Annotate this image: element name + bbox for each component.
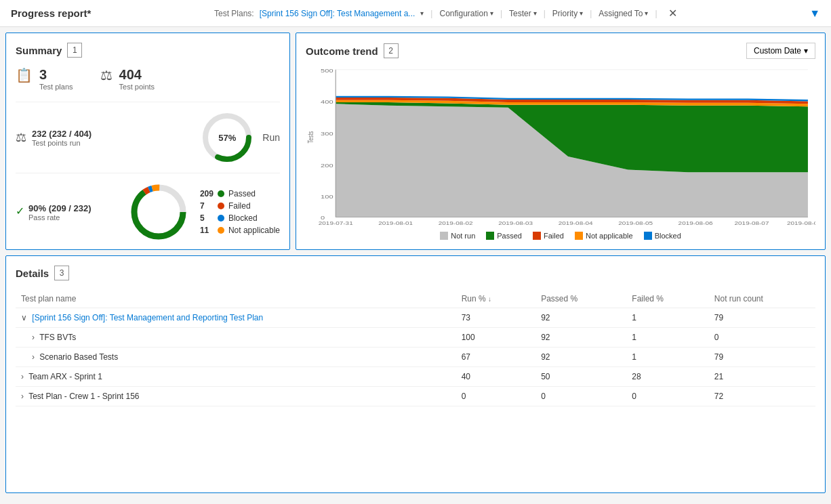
svg-text:300: 300 <box>321 131 333 137</box>
cell-failed: 1 <box>621 328 704 348</box>
svg-text:2019-08-05: 2019-08-05 <box>618 221 653 226</box>
cell-notrun: 21 <box>704 367 815 387</box>
test-plans-filter-label: Test Plans: <box>214 9 254 18</box>
legend-not-applicable: 11 Not applicable <box>200 226 280 235</box>
cell-failed: 1 <box>621 348 704 367</box>
svg-text:2019-08-06: 2019-08-06 <box>678 221 713 226</box>
cell-run: 40 <box>451 367 531 387</box>
expand-icon[interactable]: › <box>32 352 35 362</box>
cell-run: 100 <box>451 328 531 348</box>
test-points-count: 404 <box>119 67 155 83</box>
trend-header: Outcome trend 2 Custom Date ▾ <box>306 43 815 59</box>
legend-blocked-chart: Blocked <box>644 232 681 240</box>
page-title: Progress report* <box>11 7 91 19</box>
test-points-run-label: Test points run <box>32 139 92 147</box>
test-plans-count: 3 <box>39 67 73 83</box>
run-donut: 57% <box>200 110 254 165</box>
legend-not-run: Not run <box>440 232 475 240</box>
chart-area: 500 400 300 200 100 0 Tests <box>306 64 815 228</box>
cell-run: 67 <box>451 348 531 367</box>
pass-rate-percent: 90% (209 / 232) <box>28 203 92 213</box>
pass-legend: 209 Passed 7 Failed 5 Blocked <box>200 189 280 235</box>
summary-panel: Summary 1 📋 3 Test plans ⚖ 404 Test poin… <box>5 33 290 250</box>
legend-failed-chart: Failed <box>533 232 564 240</box>
expand-icon[interactable]: › <box>21 372 24 381</box>
test-points-run-icon: ⚖ <box>16 130 26 145</box>
table-row: › TFS BVTs 100 92 1 0 <box>16 328 815 348</box>
svg-text:2019-08-04: 2019-08-04 <box>559 221 593 226</box>
legend-passed-chart: Passed <box>486 232 522 240</box>
svg-text:Tests: Tests <box>306 131 315 143</box>
funnel-icon[interactable]: ▼ <box>809 7 820 20</box>
trend-title: Outcome trend <box>306 45 378 57</box>
cell-failed: 28 <box>621 367 704 387</box>
svg-text:2019-08-08: 2019-08-08 <box>787 221 815 226</box>
expand-icon[interactable]: ∨ <box>21 313 27 322</box>
blocked-box <box>644 232 652 240</box>
details-number: 3 <box>54 266 69 280</box>
details-title: Details <box>16 268 49 279</box>
test-plans-chevron[interactable]: ▾ <box>420 9 424 17</box>
plan-name: TFS BVTs <box>39 333 76 342</box>
expand-icon[interactable]: › <box>21 392 24 401</box>
table-header-row: Test plan name Run % ↓ Passed % Failed %… <box>16 290 815 308</box>
main-content: Summary 1 📋 3 Test plans ⚖ 404 Test poin… <box>0 27 831 499</box>
test-points-icon: ⚖ <box>100 67 113 83</box>
pass-rate-donut <box>128 182 189 243</box>
header-filters: Test Plans: [Sprint 156 Sign Off]: Test … <box>214 5 681 21</box>
pass-section: ✓ 90% (209 / 232) Pass rate <box>16 173 280 243</box>
cell-notrun: 72 <box>704 387 815 406</box>
svg-text:2019-08-03: 2019-08-03 <box>498 221 533 226</box>
test-points-stat: ⚖ 404 Test points <box>100 67 155 91</box>
col-run[interactable]: Run % ↓ <box>451 290 531 308</box>
legend-blocked: 5 Blocked <box>200 213 280 223</box>
summary-number: 1 <box>67 43 82 58</box>
plan-name[interactable]: [Sprint 156 Sign Off]: Test Management a… <box>32 313 263 322</box>
custom-date-button[interactable]: Custom Date ▾ <box>746 43 815 59</box>
cell-name: › TFS BVTs <box>16 328 451 348</box>
pass-rate-label: Pass rate <box>28 213 92 222</box>
chart-legend: Not run Passed Failed Not applicable Blo… <box>306 232 815 240</box>
cell-name: › Test Plan - Crew 1 - Sprint 156 <box>16 387 451 406</box>
cell-notrun: 79 <box>704 308 815 328</box>
plan-name: Test Plan - Crew 1 - Sprint 156 <box>28 392 139 401</box>
table-row: › Scenario Based Tests 67 92 1 79 <box>16 348 815 367</box>
trend-number: 2 <box>384 43 399 58</box>
not-run-box <box>440 232 448 240</box>
cell-failed: 1 <box>621 308 704 328</box>
col-notrun: Not run count <box>704 290 815 308</box>
assigned-to-filter[interactable]: Assigned To ▾ <box>599 9 648 18</box>
test-points-run-count: 232 (232 / 404) <box>32 129 92 139</box>
details-panel: Details 3 Test plan name Run % ↓ Passed … <box>5 255 826 493</box>
details-table-body: ∨ [Sprint 156 Sign Off]: Test Management… <box>16 308 815 406</box>
summary-title: Summary <box>16 45 62 56</box>
cell-passed: 92 <box>530 328 621 348</box>
failed-box <box>533 232 541 240</box>
passed-dot <box>218 190 224 197</box>
summary-panel-header: Summary 1 <box>16 43 280 58</box>
close-button[interactable]: ✕ <box>664 5 681 21</box>
svg-text:2019-08-07: 2019-08-07 <box>735 221 769 226</box>
not-applicable-dot <box>218 227 224 234</box>
run-section: ⚖ 232 (232 / 404) Test points run 57% <box>16 102 280 165</box>
plan-name: Team ARX - Sprint 1 <box>28 372 102 381</box>
svg-text:2019-08-01: 2019-08-01 <box>378 221 413 226</box>
expand-icon[interactable]: › <box>32 333 35 342</box>
svg-text:400: 400 <box>321 99 333 105</box>
test-plans-filter-value[interactable]: [Sprint 156 Sign Off]: Test Management a… <box>260 9 416 18</box>
run-percent-text: 57% <box>218 133 236 143</box>
table-row: › Test Plan - Crew 1 - Sprint 156 0 0 0 … <box>16 387 815 406</box>
svg-text:2019-07-31: 2019-07-31 <box>319 221 353 226</box>
custom-date-chevron: ▾ <box>804 46 808 56</box>
cell-passed: 92 <box>530 348 621 367</box>
configuration-filter[interactable]: Configuration ▾ <box>439 9 493 18</box>
svg-text:500: 500 <box>321 67 333 73</box>
svg-text:2019-08-02: 2019-08-02 <box>439 221 473 226</box>
cell-passed: 50 <box>530 367 621 387</box>
test-plans-label: Test plans <box>39 83 73 91</box>
legend-not-applicable-chart: Not applicable <box>575 232 633 240</box>
col-name: Test plan name <box>16 290 451 308</box>
cell-passed: 92 <box>530 308 621 328</box>
tester-filter[interactable]: Tester ▾ <box>509 9 537 18</box>
priority-filter[interactable]: Priority ▾ <box>552 9 583 18</box>
